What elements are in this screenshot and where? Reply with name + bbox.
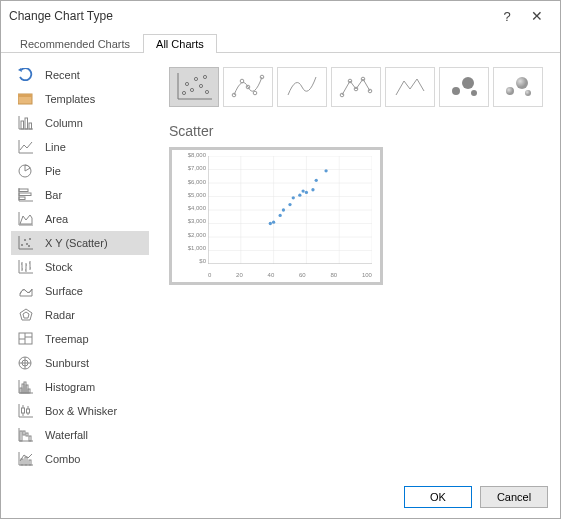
svg-point-72	[182, 91, 185, 94]
tab-recommended-charts[interactable]: Recommended Charts	[7, 34, 143, 53]
subtype-scatter-straight[interactable]	[385, 67, 435, 107]
dialog-title: Change Chart Type	[9, 9, 492, 23]
svg-point-113	[272, 220, 275, 223]
svg-point-76	[199, 84, 202, 87]
category-templates[interactable]: Templates	[11, 87, 149, 111]
svg-point-89	[452, 87, 460, 95]
category-xy-scatter[interactable]: X Y (Scatter)	[11, 231, 149, 255]
tab-strip: Recommended Charts All Charts	[1, 31, 560, 53]
dialog-footer: OK Cancel	[1, 476, 560, 518]
svg-point-115	[282, 208, 285, 211]
svg-rect-5	[25, 118, 28, 129]
y-axis-labels: $8,000$7,000$6,000$5,000$4,000$3,000$2,0…	[176, 152, 206, 264]
svg-point-114	[279, 214, 282, 217]
surface-icon	[17, 283, 35, 299]
category-label: X Y (Scatter)	[45, 237, 108, 249]
column-icon	[17, 115, 35, 131]
category-sunburst[interactable]: Sunburst	[11, 351, 149, 375]
box-whisker-icon	[17, 403, 35, 419]
svg-point-20	[21, 244, 23, 246]
category-area[interactable]: Area	[11, 207, 149, 231]
svg-rect-62	[23, 431, 25, 435]
chart-category-list: Recent Templates Column Line Pie Bar Are…	[1, 53, 149, 476]
svg-point-21	[24, 239, 26, 241]
subtype-scatter-smooth[interactable]	[277, 67, 327, 107]
main-panel: Scatter $8,000$7,000$6,000$5,000$4,000$3…	[149, 53, 560, 476]
category-label: Stock	[45, 261, 73, 273]
svg-point-92	[506, 87, 514, 95]
tab-all-charts[interactable]: All Charts	[143, 34, 217, 53]
category-stock[interactable]: Stock	[11, 255, 149, 279]
category-bar[interactable]: Bar	[11, 183, 149, 207]
templates-icon	[17, 91, 35, 107]
category-label: Waterfall	[45, 429, 88, 441]
line-icon	[17, 139, 35, 155]
svg-rect-6	[29, 123, 32, 129]
chart-preview[interactable]: $8,000$7,000$6,000$5,000$4,000$3,000$2,0…	[169, 147, 383, 285]
radar-icon	[17, 307, 35, 323]
category-label: Sunburst	[45, 357, 89, 369]
close-button[interactable]: ✕	[522, 4, 552, 28]
category-waterfall[interactable]: Waterfall	[11, 423, 149, 447]
category-label: Area	[45, 213, 68, 225]
subtype-scatter-straight-markers[interactable]	[331, 67, 381, 107]
svg-point-94	[525, 90, 531, 96]
pie-icon	[17, 163, 35, 179]
category-column[interactable]: Column	[11, 111, 149, 135]
category-label: Histogram	[45, 381, 95, 393]
category-label: Bar	[45, 189, 62, 201]
category-treemap[interactable]: Treemap	[11, 327, 149, 351]
category-label: Templates	[45, 93, 95, 105]
svg-marker-17	[20, 215, 32, 224]
category-label: Radar	[45, 309, 75, 321]
subtype-bubble[interactable]	[439, 67, 489, 107]
category-histogram[interactable]: Histogram	[11, 375, 149, 399]
category-box-whisker[interactable]: Box & Whisker	[11, 399, 149, 423]
category-label: Pie	[45, 165, 61, 177]
svg-point-117	[292, 196, 295, 199]
chart-plot-area	[208, 156, 372, 264]
svg-rect-14	[19, 197, 25, 200]
sunburst-icon	[17, 355, 35, 371]
area-icon	[17, 211, 35, 227]
svg-point-75	[194, 77, 197, 80]
svg-point-22	[26, 243, 28, 245]
svg-point-77	[203, 75, 206, 78]
category-label: Combo	[45, 453, 80, 465]
svg-rect-12	[19, 189, 28, 192]
category-radar[interactable]: Radar	[11, 303, 149, 327]
svg-point-122	[315, 179, 318, 182]
subtype-scatter-smooth-markers[interactable]	[223, 67, 273, 107]
svg-rect-63	[26, 433, 28, 436]
subtype-scatter[interactable]	[169, 67, 219, 107]
category-recent[interactable]: Recent	[11, 63, 149, 87]
svg-point-123	[324, 169, 327, 172]
help-button[interactable]: ?	[492, 4, 522, 28]
category-surface[interactable]: Surface	[11, 279, 149, 303]
category-label: Column	[45, 117, 83, 129]
svg-rect-68	[25, 457, 27, 465]
svg-rect-1	[18, 94, 32, 97]
category-label: Recent	[45, 69, 80, 81]
waterfall-icon	[17, 427, 35, 443]
svg-point-121	[311, 188, 314, 191]
svg-marker-37	[23, 312, 29, 318]
svg-point-116	[288, 203, 291, 206]
category-combo[interactable]: Combo	[11, 447, 149, 471]
recent-icon	[17, 67, 35, 83]
ok-button[interactable]: OK	[404, 486, 472, 508]
cancel-button[interactable]: Cancel	[480, 486, 548, 508]
svg-rect-64	[29, 436, 31, 441]
subtype-bubble-3d[interactable]	[493, 67, 543, 107]
category-line[interactable]: Line	[11, 135, 149, 159]
svg-rect-13	[19, 193, 31, 196]
subtype-title: Scatter	[169, 123, 546, 139]
category-pie[interactable]: Pie	[11, 159, 149, 183]
svg-point-74	[190, 88, 193, 91]
scatter-icon	[17, 235, 35, 251]
bar-icon	[17, 187, 35, 203]
chart-subtype-row	[169, 67, 546, 107]
svg-point-24	[28, 245, 30, 247]
svg-point-23	[29, 238, 31, 240]
svg-point-91	[471, 90, 477, 96]
